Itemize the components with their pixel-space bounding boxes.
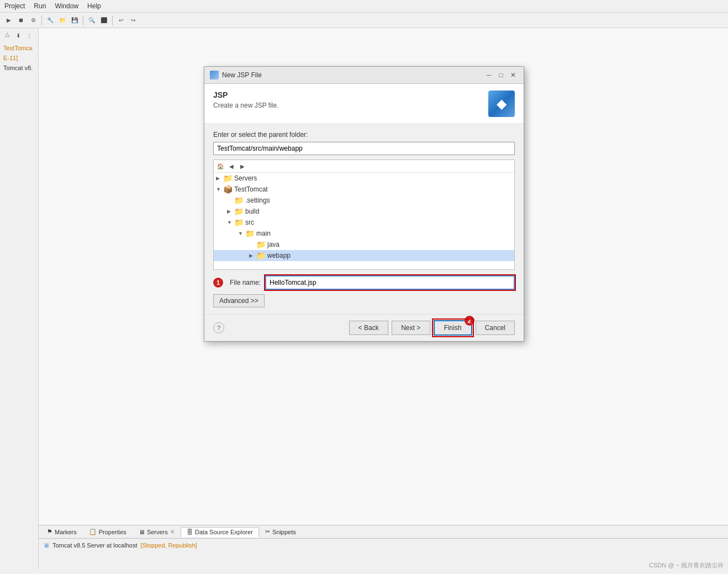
- build-folder-icon: 📁: [234, 207, 244, 216]
- dialog-description: Create a new JSP file.: [213, 102, 279, 109]
- snippets-icon: ✂: [265, 528, 270, 535]
- filename-row: 1 File name:: [213, 275, 515, 290]
- toolbar: ▶ ⏹ ⚙ 🔧 📁 💾 🔍 ⬛ ↩ ↪: [0, 13, 728, 28]
- settings-folder-icon: 📁: [234, 196, 244, 205]
- sidebar-panel-header: ⧊ ⬇ ⋮: [2, 30, 36, 40]
- filename-input-wrapper: [265, 275, 515, 290]
- bottom-tabs-panel: ⚑ Markers 📋 Properties 🖥 Servers ✕ 🗄: [39, 525, 728, 569]
- tab-datasource[interactable]: 🗄 Data Source Explorer: [181, 527, 259, 537]
- bottom-tab-bar: ⚑ Markers 📋 Properties 🖥 Servers ✕ 🗄: [39, 525, 728, 539]
- sidebar-panel: ⧊ ⬇ ⋮ TestTomca E-11] Tomcat v8.: [2, 30, 36, 72]
- menu-project[interactable]: Project: [4, 2, 25, 10]
- tab-servers[interactable]: 🖥 Servers ✕: [133, 527, 181, 537]
- server-row: 🖥 Tomcat v8.5 Server at localhost [Stopp…: [43, 541, 724, 550]
- folder-input-wrapper: [213, 142, 515, 155]
- filename-label: File name:: [230, 279, 261, 286]
- dialog-close-btn[interactable]: ✕: [508, 70, 518, 80]
- tree-forward-btn[interactable]: ▶: [238, 162, 247, 171]
- server-item-icon: 🖥: [43, 542, 49, 549]
- toolbar-btn-1[interactable]: ▶: [3, 15, 14, 26]
- next-btn[interactable]: Next >: [392, 321, 430, 335]
- finish-wrapper: 2 Finish: [434, 320, 472, 336]
- dialog-title-text: New JSP File: [222, 71, 262, 79]
- chevron-right-build-icon: ▶: [227, 209, 233, 214]
- server-status: [Stopped, Republish]: [140, 542, 197, 549]
- toolbar-sep-2: [83, 15, 83, 25]
- toolbar-btn-10[interactable]: ↪: [128, 15, 139, 26]
- sidebar-project-name[interactable]: TestTomca: [2, 44, 36, 52]
- tree-back-btn[interactable]: ◀: [226, 162, 236, 171]
- menu-run[interactable]: Run: [34, 2, 46, 10]
- tree-build-label: build: [245, 208, 259, 215]
- dialog-header: JSP Create a new JSP file.: [204, 84, 524, 124]
- dialog-controls: ─ □ ✕: [484, 70, 518, 80]
- tree-item-java[interactable]: 📁 java: [214, 239, 514, 250]
- tree-settings-label: .settings: [245, 196, 270, 204]
- server-name[interactable]: Tomcat v8.5 Server at localhost: [52, 542, 137, 549]
- dialog-maximize-btn[interactable]: □: [496, 70, 506, 80]
- tree-item-main[interactable]: ▼ 📁 main: [214, 228, 514, 239]
- tree-webapp-label: webapp: [267, 252, 291, 259]
- properties-icon: 📋: [89, 528, 97, 535]
- toolbar-btn-9[interactable]: ↩: [115, 15, 126, 26]
- menu-window[interactable]: Window: [55, 2, 78, 10]
- dialog-body: Enter or select the parent folder: 🏠 ◀ ▶…: [204, 124, 524, 314]
- bottom-tab-content: 🖥 Tomcat v8.5 Server at localhost [Stopp…: [39, 539, 728, 552]
- markers-icon: ⚑: [47, 528, 52, 535]
- tree-main-label: main: [256, 230, 271, 237]
- chevron-down-icon: ▼: [216, 187, 221, 192]
- java-folder-icon: 📁: [256, 240, 266, 249]
- chevron-right-webapp-icon: ▶: [249, 253, 255, 258]
- folder-input[interactable]: [213, 142, 515, 155]
- tab-snippets[interactable]: ✂ Snippets: [259, 527, 302, 537]
- sidebar-more-btn[interactable]: ⋮: [24, 30, 34, 40]
- datasource-icon: 🗄: [187, 529, 193, 535]
- sidebar-server-label[interactable]: Tomcat v8.: [2, 63, 36, 72]
- toolbar-btn-6[interactable]: 💾: [69, 15, 80, 26]
- toolbar-btn-3[interactable]: ⚙: [28, 15, 39, 26]
- main-folder-icon: 📁: [245, 229, 255, 238]
- left-sidebar: ⧊ ⬇ ⋮ TestTomca E-11] Tomcat v8.: [0, 28, 39, 569]
- servers-tab-close[interactable]: ✕: [170, 529, 175, 535]
- tree-item-testtomcat[interactable]: ▼ 📦 TestTomcat: [214, 184, 514, 195]
- toolbar-btn-2[interactable]: ⏹: [15, 15, 27, 26]
- tree-home-btn[interactable]: 🏠: [215, 162, 225, 171]
- back-btn[interactable]: < Back: [349, 321, 388, 335]
- watermark: CSDN @ ~ 残月青衣踏尘吟: [649, 561, 724, 570]
- toolbar-sep-3: [112, 15, 113, 25]
- sidebar-collapse-btn[interactable]: ⬇: [13, 30, 23, 40]
- dialog-header-text: JSP Create a new JSP file.: [213, 91, 279, 109]
- advanced-btn[interactable]: Advanced >>: [213, 294, 265, 307]
- filename-input[interactable]: [265, 275, 515, 290]
- webapp-folder-icon: 📁: [256, 251, 266, 260]
- toolbar-sep-1: [41, 15, 42, 25]
- help-btn[interactable]: ?: [213, 322, 224, 333]
- menu-help[interactable]: Help: [87, 2, 101, 10]
- toolbar-btn-7[interactable]: 🔍: [86, 15, 97, 26]
- servers-folder-icon: 📁: [223, 174, 233, 183]
- sidebar-filter-btn[interactable]: ⧊: [2, 30, 12, 40]
- tree-servers-label: Servers: [234, 174, 257, 182]
- tab-markers[interactable]: ⚑ Markers: [41, 527, 83, 537]
- dialog-logo-icon: [488, 91, 515, 117]
- tab-properties[interactable]: 📋 Properties: [83, 527, 133, 537]
- tree-item-src[interactable]: ▼ 📁 src: [214, 217, 514, 228]
- dialog-new-jsp: New JSP File ─ □ ✕ JSP Create a new JSP …: [204, 66, 524, 342]
- toolbar-btn-5[interactable]: 📁: [57, 15, 68, 26]
- cancel-btn[interactable]: Cancel: [476, 321, 515, 335]
- dialog-minimize-btn[interactable]: ─: [484, 70, 494, 80]
- toolbar-btn-8[interactable]: ⬛: [98, 15, 109, 26]
- tree-item-settings[interactable]: 📁 .settings: [214, 195, 514, 206]
- dialog-type-label: JSP: [213, 91, 279, 99]
- tree-testtomcat-label: TestTomcat: [234, 185, 268, 193]
- menubar: Project Run Window Help: [0, 0, 728, 13]
- tree-item-build[interactable]: ▶ 📁 build: [214, 206, 514, 217]
- badge-1: 1: [213, 278, 223, 288]
- tree-item-webapp[interactable]: ▶ 📁 webapp: [214, 250, 514, 261]
- dialog-title-left: New JSP File: [210, 71, 262, 79]
- testtomcat-icon: 📦: [223, 185, 233, 194]
- sidebar-project-sub: E-11]: [2, 54, 36, 62]
- tree-item-servers[interactable]: ▶ 📁 Servers: [214, 173, 514, 184]
- dialog-icon: [210, 71, 219, 79]
- toolbar-btn-4[interactable]: 🔧: [45, 15, 56, 26]
